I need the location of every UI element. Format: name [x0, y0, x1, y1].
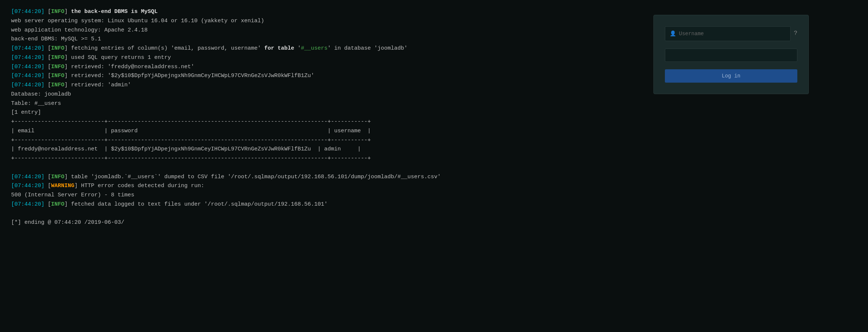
info-label-6: INFO	[51, 54, 64, 61]
line24-message: [*] ending @ 07:44:20 /2019-06-03/	[11, 219, 124, 226]
empty-line-2	[11, 209, 857, 219]
log-line-12: [1 entry]	[11, 108, 857, 117]
line21-message: 500 (Internal Server Error) - 8 times	[11, 192, 134, 198]
line11-message: Table: #__users	[11, 100, 61, 107]
line8-message: retrieved: '$2y$10$DpfpYjADpejngxNh9GnmC…	[68, 73, 314, 79]
col-username: username	[334, 128, 361, 134]
line7-message: retrieved: 'freddy@norealaddress.net'	[68, 64, 194, 70]
info-label-1: INFO	[51, 9, 64, 15]
log-in-button[interactable]: Log in	[665, 69, 797, 83]
timestamp-20: [07:44:20]	[11, 183, 44, 189]
terminal: [07:44:20] [INFO] the back-end DBMS is M…	[0, 0, 868, 332]
line3-message: web application technology: Apache 2.4.1…	[11, 27, 148, 33]
table-header-row: | email | password | username |	[11, 127, 857, 136]
info-label-22: INFO	[51, 201, 64, 208]
cell-email: freddy@norealaddress.net	[18, 146, 101, 152]
line12-message: [1 entry]	[11, 109, 41, 116]
log-line-24: [*] ending @ 07:44:20 /2019-06-03/	[11, 218, 857, 228]
login-popup-header: 👤 Username ?	[665, 26, 797, 41]
table-border-bottom: +---------------------------+-----------…	[11, 154, 857, 163]
timestamp-6: [07:44:20]	[11, 54, 44, 61]
log-line-22: [07:44:20] [INFO] fetched data logged to…	[11, 200, 857, 209]
cell-password: $2y$10$DpfpYjADpejngxNh9GnmCeyIHCWpL97CV…	[111, 146, 311, 152]
line10-message: Database: joomladb	[11, 91, 71, 97]
timestamp-19: [07:44:20]	[11, 174, 44, 180]
timestamp-5: [07:44:20]	[11, 45, 44, 52]
col-password: password	[111, 128, 324, 134]
line2-message: web server operating system: Linux Ubunt…	[11, 18, 264, 24]
info-label-19: INFO	[51, 174, 64, 180]
timestamp-7: [07:44:20]	[11, 64, 44, 70]
cell-username: admin	[324, 146, 354, 152]
user-icon: 👤	[670, 30, 676, 38]
line20-message: HTTP error codes detected during run:	[78, 183, 204, 189]
line9-message: retrieved: 'admin'	[68, 82, 131, 88]
info-label-5: INFO	[51, 45, 64, 52]
timestamp-9: [07:44:20]	[11, 82, 44, 88]
table-data-row: | freddy@norealaddress.net | $2y$10$Dpfp…	[11, 145, 857, 154]
info-label-7: INFO	[51, 64, 64, 70]
password-field[interactable]	[665, 49, 797, 62]
warning-label-20: WARNING	[51, 183, 74, 189]
help-icon[interactable]: ?	[794, 29, 797, 39]
line19-message: table 'joomladb.`#__users`' dumped to CS…	[68, 174, 441, 180]
line5-message: fetching entries of column(s) 'email, pa…	[68, 45, 407, 52]
line1-message: the back-end DBMS is MySQL	[68, 9, 158, 15]
log-line-21: 500 (Internal Server Error) - 8 times	[11, 191, 857, 200]
table-border-top: +---------------------------+-----------…	[11, 117, 857, 127]
info-label-9: INFO	[51, 82, 64, 88]
login-popup: 👤 Username ? Log in	[653, 15, 809, 94]
col-email: email	[18, 128, 101, 134]
table-border-middle: +---------------------------+-----------…	[11, 136, 857, 145]
line6-message: used SQL query returns 1 entry	[68, 54, 171, 61]
log-line-20: [07:44:20] [WARNING] HTTP error codes de…	[11, 182, 857, 191]
timestamp-1: [07:44:20]	[11, 9, 44, 15]
log-line-11: Table: #__users	[11, 99, 857, 109]
info-label-8: INFO	[51, 73, 64, 79]
timestamp-22: [07:44:20]	[11, 201, 44, 208]
empty-line-1	[11, 163, 857, 173]
username-placeholder: Username	[679, 30, 704, 38]
log-line-19: [07:44:20] [INFO] table 'joomladb.`#__us…	[11, 173, 857, 182]
line22-message: fetched data logged to text files under …	[68, 201, 327, 208]
line4-message: back-end DBMS: MySQL >= 5.1	[11, 36, 101, 42]
timestamp-8: [07:44:20]	[11, 73, 44, 79]
